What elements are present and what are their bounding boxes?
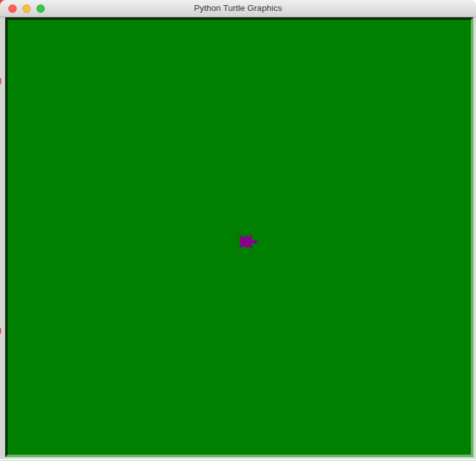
turtle-canvas[interactable] [5,17,473,457]
background-window-peek-speck [0,78,1,84]
background-window-peek-speck [0,328,1,333]
turtle-graphics-window: Python Turtle Graphics [0,0,476,461]
window-titlebar[interactable]: Python Turtle Graphics [0,0,476,17]
window-content [0,17,476,460]
window-bottom-edge [0,459,476,460]
turtle-shape [239,235,258,248]
turtle-icon [238,234,258,249]
window-title: Python Turtle Graphics [0,0,476,17]
